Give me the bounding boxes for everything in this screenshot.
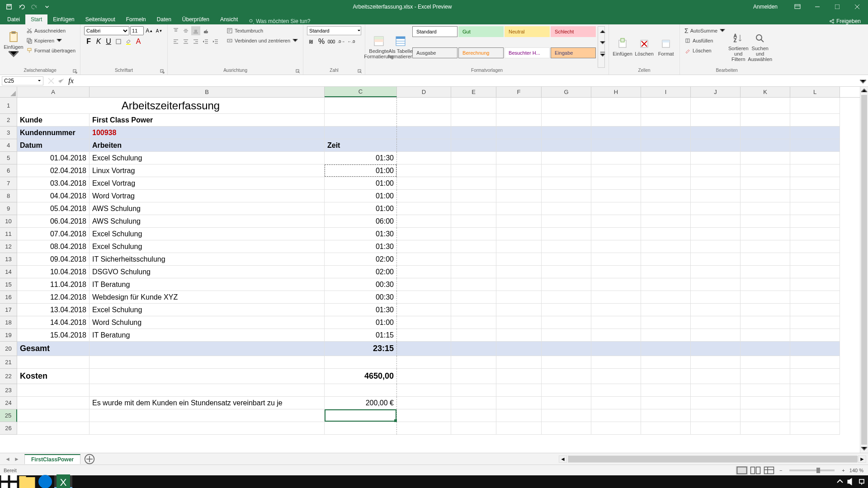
cell[interactable]: Excel Schulung [90,304,325,316]
cell[interactable] [790,316,840,329]
col-header-D[interactable]: D [397,87,451,97]
cell[interactable]: 09.04.2018 [17,253,90,266]
cell[interactable] [741,215,790,228]
cell[interactable]: 06.04.2018 [17,215,90,228]
formula-input[interactable] [79,76,858,85]
cell[interactable] [741,152,790,164]
number-launcher[interactable] [358,67,364,74]
cell[interactable] [542,228,591,240]
fill-button[interactable]: Ausfüllen [684,36,726,45]
cell[interactable]: 12.04.2018 [17,291,90,304]
cell[interactable] [641,164,691,177]
cell[interactable] [741,98,790,114]
cell[interactable] [641,329,691,342]
cell[interactable]: 10.04.2018 [17,266,90,278]
cell[interactable] [397,369,451,384]
cell[interactable] [741,369,790,384]
cell[interactable] [325,98,397,114]
cell[interactable] [496,304,542,316]
cell[interactable] [542,342,591,356]
cell[interactable]: 01.04.2018 [17,152,90,164]
cell[interactable] [542,329,591,342]
cell[interactable] [542,177,591,190]
row-header-14[interactable]: 14 [0,266,17,278]
undo-button[interactable] [17,2,26,11]
cell[interactable] [496,356,542,369]
cell[interactable] [691,266,741,278]
cell[interactable]: Kunde [17,114,90,127]
zoom-slider[interactable] [789,469,835,471]
cell[interactable]: 01:30 [325,304,397,316]
row-header-12[interactable]: 12 [0,240,17,253]
cell[interactable] [591,177,641,190]
cell[interactable]: First Class Power [90,114,325,127]
cell[interactable] [591,278,641,291]
cell[interactable] [496,139,542,152]
cell[interactable] [496,190,542,202]
row-header-16[interactable]: 16 [0,291,17,304]
cell[interactable] [496,384,542,397]
cell[interactable] [591,422,641,435]
cell[interactable] [790,240,840,253]
styles-scroll-down[interactable] [598,38,607,48]
cell[interactable] [790,127,840,139]
cell[interactable]: AWS Schulung [90,215,325,228]
cell[interactable] [591,316,641,329]
cell[interactable] [741,177,790,190]
cell[interactable] [451,164,496,177]
cell[interactable] [691,190,741,202]
cell[interactable] [451,240,496,253]
worksheet-grid[interactable]: ABCDEFGHIJKL 123456789101112131415161718… [0,87,868,453]
cell[interactable]: 01:30 [325,240,397,253]
cell[interactable] [451,342,496,356]
row-header-3[interactable]: 3 [0,127,17,139]
cell[interactable] [542,253,591,266]
cell[interactable] [591,304,641,316]
cell[interactable] [451,98,496,114]
cell[interactable] [451,369,496,384]
cell[interactable] [542,278,591,291]
cell[interactable] [397,139,451,152]
file-explorer-icon[interactable] [18,475,36,488]
cell[interactable]: DSGVO Schulung [90,266,325,278]
cell[interactable] [325,114,397,127]
cell[interactable]: Gesamt [17,342,90,356]
cell[interactable]: 01:30 [325,228,397,240]
cell[interactable] [790,190,840,202]
cell-style-standard[interactable]: Standard [412,26,458,37]
cell-style-berechnung[interactable]: Berechnung [458,47,504,58]
cell[interactable] [741,278,790,291]
cell[interactable] [790,409,840,422]
cell[interactable]: Excel Vortrag [90,177,325,190]
share-button[interactable]: Freigeben [829,18,861,24]
vertical-scrollbar[interactable] [860,87,868,453]
page-layout-view-button[interactable] [750,466,761,474]
format-cells-button[interactable]: Format [656,26,676,68]
cell[interactable] [741,342,790,356]
cell-style-gut[interactable]: Gut [458,26,504,37]
cell[interactable]: 00:30 [325,291,397,304]
cell[interactable]: Datum [17,139,90,152]
cell[interactable] [451,114,496,127]
tab-einfuegen[interactable]: Einfügen [47,14,80,24]
row-header-25[interactable]: 25 [0,409,17,422]
cell[interactable] [691,228,741,240]
cell[interactable] [17,384,90,397]
cell[interactable] [641,152,691,164]
cell[interactable] [496,369,542,384]
cell[interactable]: 07.04.2018 [17,228,90,240]
cell[interactable] [496,291,542,304]
cell[interactable] [451,127,496,139]
decrease-decimal-icon[interactable]: ←.0 [347,37,356,46]
cell[interactable] [591,114,641,127]
cell[interactable] [741,266,790,278]
cell[interactable] [790,266,840,278]
cell[interactable] [542,98,591,114]
cell[interactable] [496,240,542,253]
cell[interactable] [496,316,542,329]
wrap-text-button[interactable]: Textumbruch [226,26,299,35]
number-format-combo[interactable]: Standard [307,26,361,35]
cell[interactable] [641,127,691,139]
cell[interactable] [691,164,741,177]
find-select-button[interactable]: Suchen und Auswählen [750,26,770,68]
